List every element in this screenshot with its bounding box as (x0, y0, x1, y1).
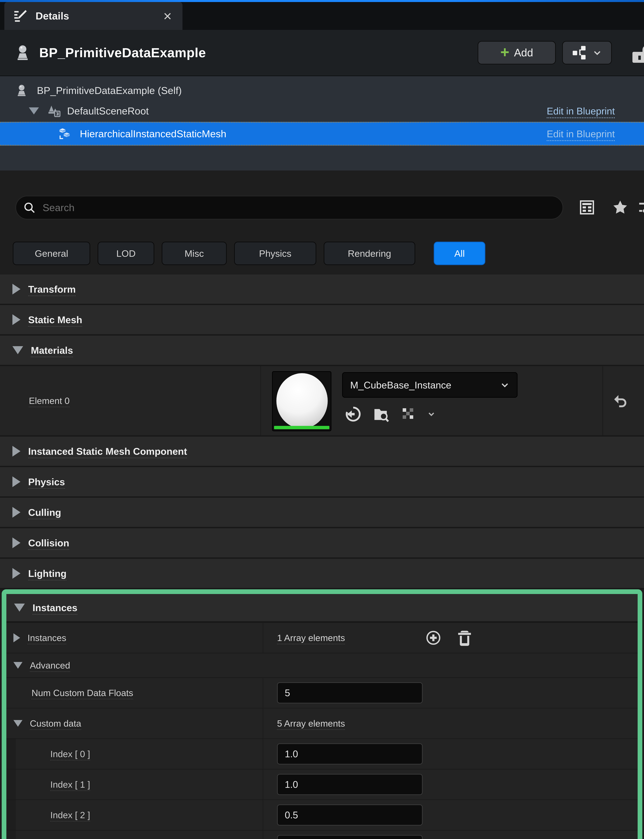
blueprint-hierarchy-button[interactable] (562, 41, 612, 64)
use-selected-asset-icon[interactable] (345, 405, 362, 423)
num-custom-data-floats-input[interactable] (277, 682, 422, 703)
search-box[interactable] (15, 196, 563, 219)
instanced-static-mesh-icon (58, 127, 72, 141)
material-select-dropdown[interactable]: M_CubeBase_Instance (342, 372, 518, 398)
column-splitter[interactable] (263, 623, 263, 653)
expander-right-icon[interactable] (13, 633, 20, 642)
details-tab-icon (13, 8, 28, 23)
edit-in-blueprint-link[interactable]: Edit in Blueprint (547, 128, 615, 139)
advanced-subsection-row[interactable]: Advanced (7, 653, 637, 678)
instances-highlight-box: Instances Instances 1 Array elements (2, 589, 642, 839)
expander-right-icon (12, 314, 20, 325)
tree-row-hism-selected[interactable]: HierarchicalInstancedStaticMesh Edit in … (0, 122, 644, 146)
index-1-input[interactable] (277, 774, 422, 795)
column-splitter[interactable] (263, 770, 263, 800)
tree-row-label: BP_PrimitiveDataExample (Self) (37, 85, 182, 96)
expander-down-icon (12, 346, 23, 354)
add-array-element-icon[interactable] (426, 630, 442, 646)
chevron-down-icon (500, 380, 509, 390)
section-collision[interactable]: Collision (0, 528, 644, 559)
property-sections: Transform Static Mesh Materials Element … (0, 275, 644, 839)
expander-right-icon (12, 284, 20, 294)
column-splitter[interactable] (263, 739, 263, 769)
filter-all-active[interactable]: All (434, 242, 485, 265)
index-label: Index [ 1 ] (50, 779, 90, 790)
filter-general[interactable]: General (13, 242, 90, 265)
section-instanced-static-mesh-component[interactable]: Instanced Static Mesh Component (0, 437, 644, 467)
display-mode-icon[interactable] (579, 199, 595, 216)
column-splitter[interactable] (260, 366, 261, 435)
close-icon[interactable]: × (163, 9, 172, 23)
add-button[interactable]: + Add (478, 41, 556, 64)
tab-details[interactable]: Details × (4, 2, 182, 30)
filter-lod[interactable]: LOD (98, 242, 154, 265)
expander-down-icon[interactable] (13, 720, 23, 727)
property-label: Instances (28, 633, 66, 643)
material-thumbnail[interactable] (272, 371, 331, 431)
section-instances[interactable]: Instances (7, 594, 637, 623)
array-elements-count: 1 Array elements (277, 633, 345, 643)
section-materials[interactable]: Materials (0, 336, 644, 366)
actor-icon (16, 84, 27, 97)
property-label: Custom data (30, 718, 81, 729)
search-input[interactable] (43, 202, 556, 214)
section-physics[interactable]: Physics (0, 467, 644, 498)
expander-down-icon[interactable] (29, 107, 39, 114)
custom-data-index-row: Index [ 0 ] (7, 739, 637, 770)
custom-data-index-row: Index [ 1 ] (7, 770, 637, 800)
section-lighting[interactable]: Lighting (0, 559, 644, 589)
search-area (0, 171, 644, 230)
texture-picker-icon[interactable] (401, 407, 416, 421)
column-splitter[interactable] (263, 678, 263, 708)
expander-right-icon (12, 476, 20, 487)
section-transform[interactable]: Transform (0, 275, 644, 305)
index-label: Index [ 0 ] (50, 749, 90, 759)
hierarchy-icon (572, 45, 588, 61)
edit-in-blueprint-link[interactable]: Edit in Blueprint (547, 105, 615, 117)
section-culling[interactable]: Culling (0, 498, 644, 528)
filter-misc[interactable]: Misc (162, 242, 227, 265)
instances-array-row: Instances 1 Array elements (7, 623, 637, 653)
column-splitter[interactable] (263, 709, 263, 738)
column-splitter[interactable] (263, 800, 263, 830)
details-body: General LOD Misc Physics Rendering All T… (0, 171, 644, 839)
custom-data-index-row: Index [ 2 ] (7, 800, 637, 831)
unlock-icon[interactable] (630, 44, 644, 64)
scene-component-icon (47, 104, 61, 118)
right-column-splitter (603, 366, 603, 435)
filter-physics[interactable]: Physics (234, 242, 316, 265)
chevron-down-icon (593, 48, 602, 58)
details-header: BP_PrimitiveDataExample + Add (0, 30, 644, 76)
page-title: BP_PrimitiveDataExample (39, 45, 206, 61)
material-name: M_CubeBase_Instance (350, 379, 451, 391)
expander-down-icon (13, 662, 23, 669)
element-label: Element 0 (29, 395, 70, 406)
material-preview-sphere (276, 373, 328, 429)
index-label: Index [ 2 ] (50, 810, 90, 820)
search-icon (23, 201, 36, 214)
settings-sliders-icon[interactable] (637, 200, 644, 215)
tab-bar: Details × (0, 2, 644, 30)
custom-data-row: Custom data 5 Array elements (7, 709, 637, 739)
expander-right-icon (12, 507, 20, 518)
materials-element-row: Element 0 M_CubeBase_Instance (0, 366, 644, 437)
expander-right-icon (12, 538, 20, 548)
section-static-mesh[interactable]: Static Mesh (0, 305, 644, 336)
add-button-label: Add (514, 46, 533, 59)
chevron-down-icon[interactable] (427, 410, 436, 419)
filter-rendering[interactable]: Rendering (324, 242, 415, 265)
advanced-label: Advanced (30, 660, 70, 671)
tree-row-default-scene-root[interactable]: DefaultSceneRoot Edit in Blueprint (0, 101, 644, 121)
index-0-input[interactable] (277, 744, 422, 765)
index-3-input[interactable] (277, 835, 422, 839)
reset-to-default-icon[interactable] (612, 393, 629, 408)
custom-data-index-row: Index [ 3 ] (7, 831, 637, 839)
index-2-input[interactable] (277, 804, 422, 826)
delete-array-icon[interactable] (457, 630, 472, 646)
browse-to-asset-icon[interactable] (373, 405, 390, 423)
num-custom-data-floats-row: Num Custom Data Floats (7, 678, 637, 709)
column-splitter[interactable] (263, 831, 263, 839)
tree-row-self[interactable]: BP_PrimitiveDataExample (Self) (0, 80, 644, 101)
tree-row-label: HierarchicalInstancedStaticMesh (80, 128, 227, 140)
favorites-star-icon[interactable] (612, 199, 629, 216)
